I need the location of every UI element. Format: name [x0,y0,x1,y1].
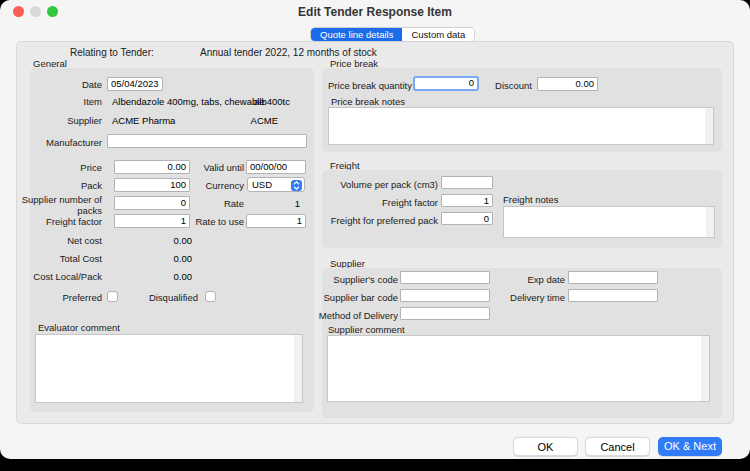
cancel-button[interactable]: Cancel [585,437,650,456]
manufacturer-label: Manufacturer [14,137,102,148]
disqualified-label: Disqualified [130,292,198,303]
tab-custom-data[interactable]: Custom data [402,28,474,41]
valid-until-label: Valid until [172,162,244,173]
supplier-value: ACME Pharma [112,115,175,126]
item-label: Item [14,96,102,107]
preferred-label: Preferred [14,292,102,303]
rate-label: Rate [172,198,244,209]
net-cost-label: Net cost [14,235,102,246]
preferred-checkbox[interactable] [107,291,118,302]
supplier-comment-field[interactable] [327,335,710,402]
relating-to-tender-label: Relating to Tender: [70,47,154,58]
tab-bar: Quote line details Custom data [310,27,475,42]
supplier-label: Supplier [14,115,102,126]
method-of-delivery-label: Method of Delivery [310,310,398,321]
supplier-packs-label: Supplier number of packs [14,194,102,216]
price-break-quantity-field[interactable]: 0 [413,76,479,91]
freight-factor-label: Freight factor [14,216,102,227]
price-label: Price [14,162,102,173]
price-break-notes-field[interactable] [328,107,714,145]
popup-stepper-icon [291,180,302,191]
relating-to-tender-value: Annual tender 2022, 12 months of stock [200,47,377,58]
ok-and-next-button[interactable]: OK & Next [658,437,722,456]
freight-preferred-pack-field[interactable]: 0 [441,212,493,225]
exp-date-field[interactable] [568,271,658,284]
supplier-bar-code-label: Supplier bar code [312,292,398,303]
manufacturer-field[interactable] [107,134,307,148]
window-title: Edit Tender Response Item [0,5,750,19]
method-of-delivery-field[interactable] [400,307,490,320]
screen: { "colors": { "accent_blue": "#2f7cf6", … [0,0,750,471]
supplier-comment-label: Supplier comment [328,324,405,335]
evaluator-comment-label: Evaluator comment [38,322,120,333]
price-break-quantity-label: Price break quantity [320,80,412,91]
volume-per-pack-field[interactable] [441,176,493,189]
discount-label: Discount [488,80,532,91]
dialog-window: Edit Tender Response Item Quote line det… [0,0,750,459]
date-field[interactable]: 05/04/2023 [107,77,163,91]
net-cost-value: 0.00 [130,235,192,246]
suppliers-code-label: Supplier's code [312,274,398,285]
freight-freight-factor-field[interactable]: 1 [441,194,493,207]
price-break-notes-label: Price break notes [331,96,405,107]
currency-selected-value: USD [252,179,272,190]
evaluator-comment-field[interactable] [35,334,303,403]
total-cost-value: 0.00 [130,253,192,264]
disqualified-checkbox[interactable] [205,291,216,302]
currency-label: Currency [172,180,244,191]
tab-quote-line-details[interactable]: Quote line details [311,28,402,41]
currency-select[interactable]: USD [247,177,305,192]
cost-local-pack-value: 0.00 [130,271,192,282]
rate-to-use-label: Rate to use [160,216,244,227]
delivery-time-label: Delivery time [495,292,565,303]
suppliers-code-field[interactable] [400,271,490,284]
discount-field[interactable]: 0.00 [537,77,598,91]
freight-notes-label: Freight notes [503,194,558,205]
volume-per-pack-label: Volume per pack (cm3) [326,179,438,190]
item-code-value: alb400tc [230,96,290,107]
valid-until-field[interactable]: 00/00/00 [246,160,306,174]
cost-local-pack-label: Cost Local/Pack [14,271,102,282]
pack-label: Pack [14,180,102,191]
freight-notes-field[interactable] [503,206,715,238]
total-cost-label: Total Cost [14,253,102,264]
exp-date-label: Exp date [495,274,565,285]
delivery-time-field[interactable] [568,289,658,302]
date-label: Date [14,79,102,90]
rate-to-use-field[interactable]: 1 [246,214,306,228]
supplier-code-value: ACME [230,115,278,126]
rate-value: 1 [240,198,300,209]
ok-button[interactable]: OK [513,437,578,456]
supplier-bar-code-field[interactable] [400,289,490,302]
freight-preferred-pack-label: Freight for preferred pack [326,215,438,226]
freight-freight-factor-label: Freight factor [326,197,438,208]
